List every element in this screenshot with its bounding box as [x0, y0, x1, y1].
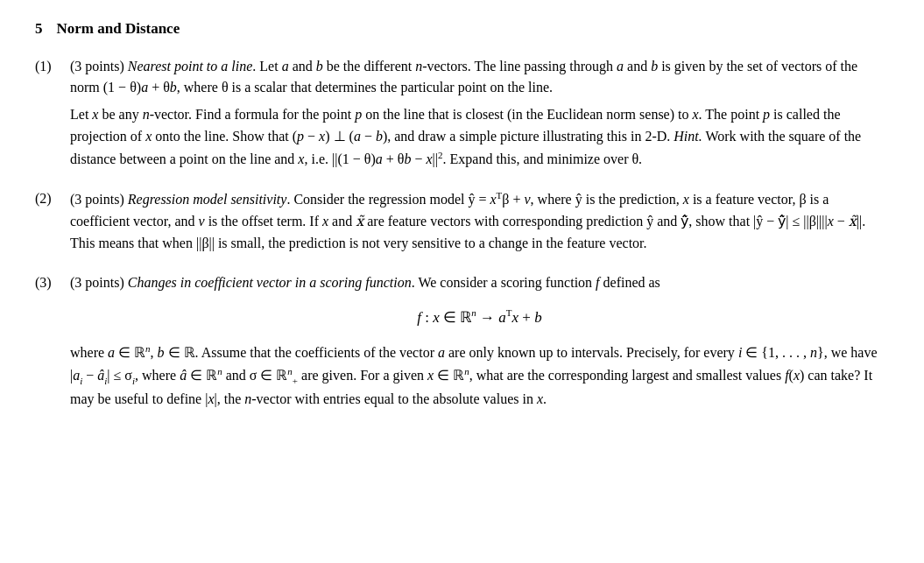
problem-content-3: (3 points) Changes in coefficient vector… — [70, 272, 889, 411]
problem-number-2: (2) — [35, 188, 60, 209]
problem-item-2: (2) (3 points) Regression model sensitiv… — [35, 188, 889, 255]
problem-number-3: (3) — [35, 272, 60, 293]
section-title: Norm and Distance — [57, 18, 180, 40]
section-number: 5 — [35, 18, 43, 40]
problem-3-para-2: where a ∈ ℝn, b ∈ ℝ. Assume that the coe… — [70, 341, 889, 410]
problem-2-para-1: (3 points) Regression model sensitivity.… — [70, 188, 889, 255]
section-header: 5 Norm and Distance — [35, 18, 889, 40]
problem-content-1: (3 points) Nearest point to a line. Let … — [70, 56, 889, 171]
problem-content-2: (3 points) Regression model sensitivity.… — [70, 188, 889, 255]
problem-number-1: (1) — [35, 56, 60, 77]
problem-1-para-1: (3 points) Nearest point to a line. Let … — [70, 56, 889, 100]
problem-1-para-2: Let x be any n-vector. Find a formula fo… — [70, 104, 889, 171]
problem-3-formula: f : x ∈ ℝn → aTx + b — [70, 306, 889, 329]
problem-list: (1) (3 points) Nearest point to a line. … — [35, 56, 889, 411]
problem-item-3: (3) (3 points) Changes in coefficient ve… — [35, 272, 889, 411]
problem-3-para-1: (3 points) Changes in coefficient vector… — [70, 272, 889, 294]
problem-item-1: (1) (3 points) Nearest point to a line. … — [35, 56, 889, 171]
page-container: 5 Norm and Distance (1) (3 points) Neare… — [35, 18, 889, 411]
